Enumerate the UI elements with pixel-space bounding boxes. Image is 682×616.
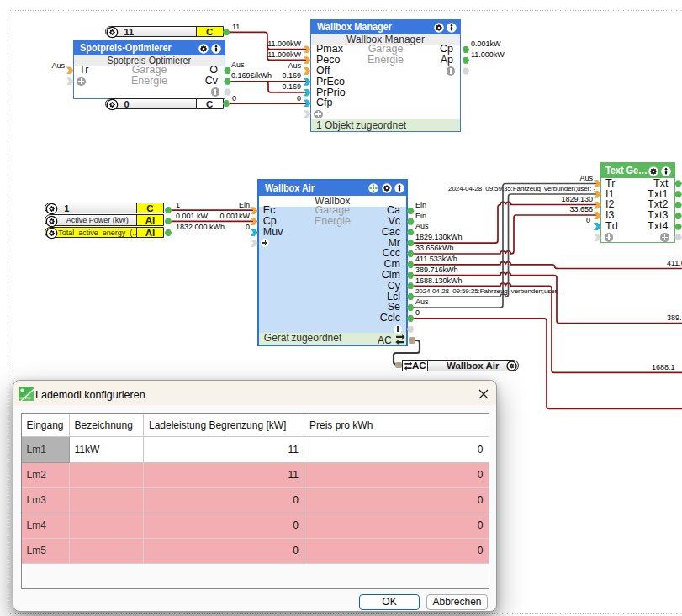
- svg-text:CONFIG: CONFIG: [19, 397, 31, 400]
